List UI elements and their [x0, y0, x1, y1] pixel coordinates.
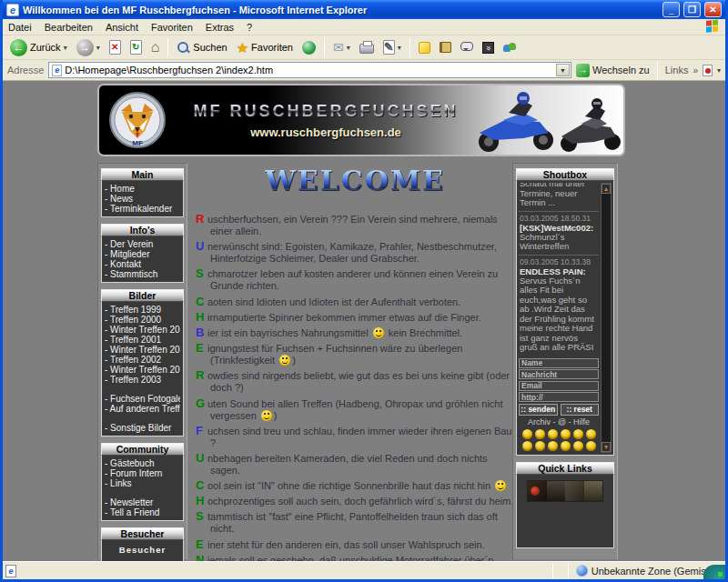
menu-item-datei[interactable]: Datei [8, 22, 32, 33]
addon-dropdown-icon[interactable]: ▾ [717, 66, 721, 75]
smiley-icon[interactable] [573, 441, 583, 451]
smiley-icon[interactable] [586, 429, 596, 439]
smiley-icon[interactable] [535, 441, 545, 451]
menu-item-?[interactable]: ? [247, 22, 252, 33]
mail-dropdown-icon[interactable]: ▾ [347, 44, 350, 52]
sidebar-item-news[interactable]: - News [105, 194, 180, 204]
sidebar-item-stammtisch[interactable]: - Stammtisch [105, 269, 180, 279]
sidebar-item-winter-treffen-2003[interactable]: - Winter Treffen 2003 [105, 365, 180, 375]
shoutbox-name-input[interactable] [519, 358, 599, 368]
sidebar-item-g-stebuch[interactable]: - Gästebuch [105, 458, 180, 468]
sidebar-item-winter-treffen-2002[interactable]: - Winter Treffen 2002 [105, 345, 180, 355]
menu-item-bearbeiten[interactable]: Bearbeiten [45, 22, 93, 33]
sidebar-item-treffen-1999[interactable]: - Treffen 1999 [105, 305, 180, 315]
scroll-up-icon[interactable]: ▲ [602, 184, 611, 194]
links-label[interactable]: Links [665, 65, 689, 75]
sidebar-item-treffen-2000[interactable]: - Treffen 2000 [105, 315, 180, 325]
back-dropdown-icon[interactable]: ▾ [64, 44, 67, 52]
go-button[interactable]: → Wechseln zu [576, 64, 650, 77]
shout-message-text: Schmunzl´s Wintertreffen [520, 233, 598, 252]
sidebar-item-der-verein[interactable]: - Der Verein [105, 239, 180, 249]
links-chevron-icon[interactable]: » [693, 65, 698, 75]
sidebar-item-fuchsen-fotogalerie[interactable]: - Fuchsen Fotogalerie [105, 394, 180, 404]
edit-dropdown-icon[interactable]: ▾ [398, 44, 401, 52]
list-spacer [105, 488, 180, 497]
addon-icon[interactable] [703, 65, 713, 76]
smiley-icon[interactable] [548, 429, 558, 439]
section-header: Info's [101, 224, 184, 236]
forward-button[interactable]: → ▾ [73, 38, 104, 57]
sidebar-item-terminkalender[interactable]: - Terminkalender [105, 204, 180, 214]
sidebar-item-kontakt[interactable]: - Kontakt [105, 259, 180, 269]
sidebar-section-besucher: Besucher Besucher Gesamt:10509Gestern:68… [101, 527, 184, 561]
list-spacer [105, 385, 180, 394]
messenger-button[interactable] [500, 41, 520, 55]
shoutbox-footer-links[interactable]: Archiv - @ - Hilfe [519, 417, 599, 427]
visitors-title: Besucher [105, 545, 180, 555]
reset-button[interactable]: :: reset [561, 404, 600, 416]
search-button[interactable]: Suchen [173, 40, 230, 55]
visitors-rows: Gesamt:10509Gestern:68Heute:57Online:1 [105, 559, 180, 561]
research-button[interactable] [436, 41, 455, 54]
quicklinks-banner-image[interactable] [527, 480, 603, 502]
shoutbox-url-input[interactable] [519, 392, 599, 402]
smiley-icon[interactable] [522, 441, 532, 451]
smiley-icon[interactable] [548, 441, 558, 451]
media-button[interactable] [298, 40, 319, 55]
back-button[interactable]: ← Zurück ▾ [6, 38, 71, 57]
sidebar-item-forum-intern[interactable]: - Forum Intern [105, 468, 180, 478]
smiley-icon[interactable] [535, 429, 545, 439]
refresh-button[interactable]: ↻ [126, 39, 146, 55]
sidebar-item-newsletter[interactable]: - Newsletter [105, 497, 180, 507]
minimize-button[interactable]: _ [662, 2, 680, 17]
sidebar-item-treffen-2002[interactable]: - Treffen 2002 [105, 355, 180, 365]
smiley-icon [261, 410, 272, 421]
favorites-label: Favoriten [251, 42, 293, 53]
shoutbox-email-input[interactable] [519, 381, 599, 391]
sidebar-item-home[interactable]: - Home [105, 184, 180, 194]
sidebar-item-treffen-2001[interactable]: - Treffen 2001 [105, 335, 180, 345]
address-dropdown-icon[interactable]: ▼ [556, 64, 570, 76]
close-button[interactable]: ✕ [704, 2, 722, 17]
sidebar-item-tell-a-friend[interactable]: - Tell a Friend [105, 507, 180, 517]
print-button[interactable] [356, 40, 378, 55]
sidebar-item-links[interactable]: - Links [105, 478, 180, 488]
smiley-icon[interactable] [522, 429, 532, 439]
scroll-track[interactable] [602, 194, 611, 442]
notes-button[interactable] [415, 41, 434, 55]
edit-button[interactable]: ✎▾ [379, 39, 405, 55]
shoutbox-scrollbar[interactable]: ▲ ▼ [601, 183, 612, 453]
menu-bar: DateiBearbeitenAnsichtFavoritenExtras? [3, 19, 725, 35]
acrostic-text: chmarotzer leben auf kosten anderer und … [207, 268, 498, 291]
smiley-icon[interactable] [573, 429, 583, 439]
menu-item-favoriten[interactable]: Favoriten [151, 22, 193, 33]
sidebar-item-auf-anderen-treffen[interactable]: - Auf anderen Treffen [105, 404, 180, 414]
toolbar-separator [167, 38, 168, 57]
restore-button[interactable]: ❐ [683, 2, 701, 17]
home-button[interactable]: ⌂ [147, 39, 164, 55]
sidebar-item-mitglieder[interactable]: - Mitglieder [105, 249, 180, 259]
menu-item-ansicht[interactable]: Ansicht [106, 22, 138, 33]
acrostic-letter: C [196, 479, 207, 491]
main-content: WELCOME Ruschberfuchsen, ein Verein ??? … [196, 165, 514, 561]
address-input[interactable]: e D:\Homepage\Ruschbergfuchsen 2\index2.… [48, 62, 571, 78]
favorites-button[interactable]: ★ Favoriten [233, 40, 297, 55]
shoutbox-nachricht-input[interactable] [519, 369, 599, 379]
send-button[interactable]: :: senden [519, 404, 558, 416]
smiley-icon[interactable] [586, 441, 596, 451]
smiley-icon[interactable] [561, 441, 571, 451]
double-chevron-icon: » [482, 42, 494, 54]
chevron-tool-button[interactable]: » [479, 41, 498, 55]
addressbar-separator [657, 61, 658, 80]
sidebar-item-treffen-2003[interactable]: - Treffen 2003 [105, 375, 180, 385]
smiley-icon[interactable] [561, 429, 571, 439]
forward-dropdown-icon[interactable]: ▾ [96, 44, 100, 52]
menu-item-extras[interactable]: Extras [206, 22, 234, 33]
mail-button[interactable]: ✉▾ [329, 40, 354, 55]
sidebar-item-winter-treffen-2001[interactable]: - Winter Treffen 2001 [105, 325, 180, 335]
discuss-button[interactable] [457, 43, 477, 52]
sidebar-item-sonstige-bilder[interactable]: - Sonstige Bilder [105, 423, 180, 433]
scroll-down-icon[interactable]: ▼ [602, 442, 611, 452]
stop-button[interactable]: ✕ [106, 39, 125, 55]
section-body: - Treffen 1999- Treffen 2000- Winter Tre… [101, 302, 184, 436]
